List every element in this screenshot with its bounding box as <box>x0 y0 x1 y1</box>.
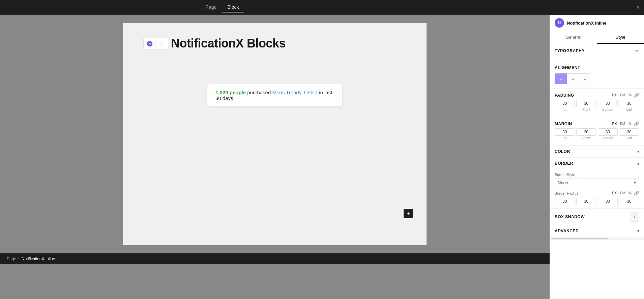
margin-top-input[interactable] <box>555 128 575 136</box>
align-left-icon: ≡ <box>559 76 562 81</box>
border-content: Border Style None Solid Dashed Dotted Do… <box>550 169 644 209</box>
border-section: Border ▴ Border Style None Solid Dashed … <box>550 158 644 209</box>
padding-left-field: Left <box>619 100 639 111</box>
padding-unit-percent[interactable]: % <box>627 93 633 97</box>
padding-link-button[interactable]: 🔗 <box>634 93 639 98</box>
margin-unit-em[interactable]: EM <box>619 122 626 126</box>
border-style-select[interactable]: None Solid Dashed Dotted Double <box>555 178 639 187</box>
margin-left-input[interactable] <box>619 128 639 136</box>
right-panel: N NotificationX Inline General Style Typ… <box>550 15 644 299</box>
breadcrumb-page[interactable]: Page <box>7 257 16 261</box>
color-chevron-icon: ▾ <box>637 149 639 154</box>
margin-title: Margin <box>555 122 572 126</box>
border-radius-tl-input[interactable] <box>555 198 575 205</box>
border-header[interactable]: Border ▴ <box>550 158 644 169</box>
breadcrumb-current: NotificationX Inline <box>22 257 55 261</box>
padding-unit-em[interactable]: EM <box>619 93 626 97</box>
margin-top-label: Top <box>562 136 567 140</box>
border-radius-tl-field <box>555 198 575 205</box>
padding-bottom-input[interactable] <box>598 100 618 107</box>
padding-top-field: Top <box>555 100 575 111</box>
padding-right-input[interactable] <box>576 100 596 107</box>
tab-page[interactable]: Page <box>200 2 222 12</box>
padding-bottom-label: Bottom <box>603 108 613 111</box>
margin-unit-percent[interactable]: % <box>627 122 633 126</box>
align-left-button[interactable]: ≡ <box>555 73 567 84</box>
block-icon-button[interactable]: N <box>144 38 156 50</box>
border-radius-br-input[interactable] <box>598 198 618 205</box>
alignment-header: Alignment <box>555 65 639 70</box>
main-layout: N ⋮ NotificationX Blocks 1,020 people pu… <box>0 15 644 299</box>
box-shadow-add-icon: + <box>633 214 636 220</box>
notification-area: 1,020 people purchased Mens Trendy T Shi… <box>143 64 406 127</box>
border-radius-link-button[interactable]: 🔗 <box>634 191 639 196</box>
block-toolbar: N ⋮ <box>143 38 168 50</box>
margin-bottom-input[interactable] <box>598 128 618 136</box>
border-radius-header: Border Radius PX EM % 🔗 <box>555 191 639 196</box>
tab-block[interactable]: Block <box>222 2 244 12</box>
margin-header: Margin PX EM % 🔗 <box>555 121 639 126</box>
padding-bottom-field: Bottom <box>598 100 618 111</box>
border-radius-row <box>555 198 639 205</box>
border-radius-bl-input[interactable] <box>619 198 639 205</box>
block-plugin-icon: N <box>147 41 153 47</box>
box-shadow-add-button[interactable]: + <box>630 212 639 222</box>
border-radius-br-field <box>598 198 618 205</box>
align-right-icon: ≡ <box>584 76 586 81</box>
padding-section: Padding PX EM % 🔗 Top Right <box>550 89 644 117</box>
padding-unit-px[interactable]: PX <box>611 93 618 97</box>
margin-bottom-label: Bottom <box>603 136 613 140</box>
ellipsis-icon: ⋮ <box>159 41 165 47</box>
padding-right-field: Right <box>576 100 596 111</box>
box-shadow-title: Box Shadow <box>555 214 585 219</box>
padding-top-input[interactable] <box>555 100 575 107</box>
border-radius-section: Border Radius PX EM % 🔗 <box>555 191 639 205</box>
typography-header: Typography ✏ <box>555 48 639 54</box>
border-radius-tr-field <box>576 198 596 205</box>
color-title: Color <box>555 149 570 154</box>
notification-box[interactable]: 1,020 people purchased Mens Trendy T Shi… <box>207 84 342 106</box>
typography-title: Typography <box>555 48 585 53</box>
align-center-icon: ≡ <box>572 76 574 81</box>
padding-left-input[interactable] <box>619 100 639 107</box>
border-radius-unit-em[interactable]: EM <box>619 191 626 195</box>
block-more-options-button[interactable]: ⋮ <box>156 38 168 50</box>
color-section[interactable]: Color ▾ <box>550 146 644 158</box>
border-style-select-wrapper: None Solid Dashed Dotted Double <box>555 178 639 187</box>
alignment-row: ≡ ≡ ≡ <box>555 73 639 84</box>
canvas-inner: N ⋮ NotificationX Blocks 1,020 people pu… <box>123 23 427 245</box>
border-radius-unit-px[interactable]: PX <box>611 191 618 195</box>
tab-style[interactable]: Style <box>597 31 644 44</box>
border-chevron-icon: ▴ <box>637 161 639 166</box>
notification-people: people <box>230 90 246 95</box>
page-title: NotificationX Blocks <box>171 36 286 51</box>
panel-title: NotificationX Inline <box>567 21 607 26</box>
margin-right-input[interactable] <box>576 128 596 136</box>
add-block-button[interactable]: + <box>404 209 413 218</box>
margin-left-field: Left <box>619 128 639 140</box>
margin-right-label: Right <box>582 136 590 140</box>
padding-left-label: Left <box>626 108 632 111</box>
margin-row: Top Right Bottom Left <box>555 128 639 140</box>
panel-scrollbar[interactable] <box>550 237 644 240</box>
border-radius-tr-input[interactable] <box>576 198 596 205</box>
tab-general[interactable]: General <box>550 31 597 44</box>
margin-bottom-field: Bottom <box>598 128 618 140</box>
border-radius-unit-percent[interactable]: % <box>627 191 633 195</box>
svg-text:N: N <box>149 42 151 45</box>
breadcrumb-separator: › <box>18 257 20 261</box>
alignment-section: Alignment ≡ ≡ ≡ <box>550 61 644 89</box>
margin-right-field: Right <box>576 128 596 140</box>
panel-plugin-icon: N <box>555 18 564 28</box>
align-right-button[interactable]: ≡ <box>579 73 591 84</box>
margin-left-label: Left <box>626 136 632 140</box>
margin-units: PX EM % 🔗 <box>611 121 639 126</box>
advanced-section[interactable]: Advanced ▾ <box>550 225 644 237</box>
notification-count: 1,020 <box>215 90 228 95</box>
margin-unit-px[interactable]: PX <box>611 122 618 126</box>
padding-units: PX EM % 🔗 <box>611 93 639 98</box>
close-button[interactable]: × <box>636 4 640 10</box>
typography-edit-button[interactable]: ✏ <box>635 48 639 54</box>
align-center-button[interactable]: ≡ <box>567 73 579 84</box>
margin-link-button[interactable]: 🔗 <box>634 121 639 126</box>
